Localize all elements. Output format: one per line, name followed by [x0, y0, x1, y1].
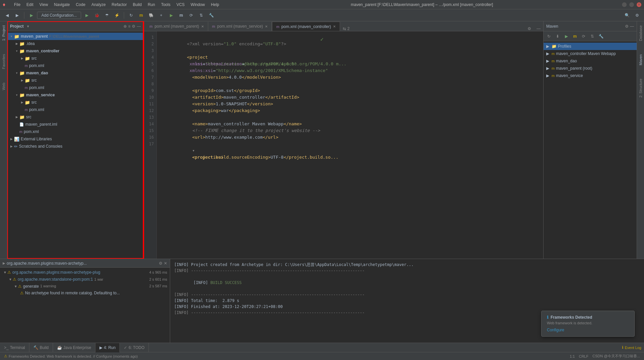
menu-analyze[interactable]: Analyze [89, 1, 108, 8]
parent-maven-label: maven_parent (root) [556, 66, 592, 71]
menu-help[interactable]: Help [208, 1, 222, 8]
tree-controller-pom[interactable]: m pom.xml [7, 62, 143, 69]
menu-file[interactable]: File [11, 1, 23, 8]
refresh-maven-btn[interactable]: ↻ [127, 11, 135, 20]
tree-controller-src[interactable]: ▶ 📁 src [7, 55, 143, 62]
close-btn[interactable]: ✕ [637, 2, 641, 7]
maven-toggle-btn[interactable]: ⇅ [588, 32, 596, 40]
menu-tools[interactable]: Tools [158, 1, 173, 8]
maven-item-controller[interactable]: ▶ m maven_controller Maven Webapp [544, 50, 637, 57]
forward-btn[interactable]: ▶ [13, 11, 21, 20]
tree-idea[interactable]: ▶ 📁 .idea [7, 40, 143, 47]
plus-btn[interactable]: + [157, 11, 166, 20]
code-content[interactable]: <?xml version="1.0" encoding="UTF-8"?> <… [157, 31, 543, 259]
run-widget-btn[interactable]: ▶ [27, 11, 36, 20]
run-item-2[interactable]: ▾ ⚠ generate 1 warning 2 s 587 ms [0, 283, 170, 290]
menu-vcs[interactable]: VCS [174, 1, 188, 8]
maximize-btn[interactable]: □ [629, 2, 634, 7]
editor-tab-maven-parent[interactable]: m pom.xml (maven_parent) ✕ [145, 22, 208, 31]
tree-service-src[interactable]: ▶ 📁 src [7, 99, 143, 106]
tree-external-libraries[interactable]: ▶ 📊 External Libraries [7, 135, 143, 143]
tree-maven-dao[interactable]: ▾ 📁 maven_dao [7, 69, 143, 77]
panel-locate-icon[interactable]: ⊕ [123, 24, 127, 29]
editor-tab-maven-service[interactable]: m pom.xml (maven_service) ✕ [208, 22, 272, 31]
debug-btn[interactable]: 🐞 [92, 11, 101, 20]
sidebar-tab-database[interactable]: Database [638, 23, 644, 44]
m-icon-btn[interactable]: m [177, 11, 186, 20]
tab-minimize-icon[interactable]: — [534, 26, 543, 31]
gradle-btn[interactable]: 🐘 [147, 11, 155, 20]
tree-iml[interactable]: 📄 maven_parent.iml [7, 121, 143, 128]
maven-settings-icon[interactable]: ⚙ [625, 24, 629, 29]
tree-service-pom[interactable]: m pom.xml [7, 106, 143, 113]
toggle-btn[interactable]: ⇅ [197, 11, 206, 20]
menu-code[interactable]: Code [73, 1, 88, 8]
tree-scratches[interactable]: ▶ ✏ Scratches and Consoles [7, 143, 143, 150]
menu-navigate[interactable]: Navigate [51, 1, 72, 8]
sidebar-tab-project[interactable]: 1: Project [1, 23, 7, 43]
maven-refresh-btn[interactable]: ↻ [545, 32, 553, 40]
play-btn[interactable]: ▶ [82, 11, 91, 20]
menu-run[interactable]: Run [145, 1, 158, 8]
coverage-btn[interactable]: ☂ [102, 11, 111, 20]
tree-root-pom[interactable]: m pom.xml [7, 128, 143, 135]
menu-edit[interactable]: Edit [24, 1, 36, 8]
run-item-0[interactable]: ▾ ⚠ org.apache.maven.plugins:maven-arche… [0, 269, 170, 276]
sidebar-tab-structure[interactable]: 2: Structure [638, 76, 644, 100]
maven-run-btn[interactable]: ▶ [562, 32, 570, 40]
bottom-tab-terminal[interactable]: >_ Terminal [0, 343, 29, 352]
maven-minimize-icon[interactable]: — [630, 24, 634, 29]
tab1-close[interactable]: ✕ [201, 25, 204, 28]
project-dropdown-arrow[interactable]: ▾ [27, 24, 29, 29]
back-btn[interactable]: ◀ [3, 11, 11, 20]
maven-download-btn[interactable]: ⬇ [554, 32, 562, 40]
maven-btn[interactable]: m [137, 11, 145, 20]
bottom-tab-todo[interactable]: ✓ 6: TODO [120, 343, 149, 352]
tab-settings-icon[interactable]: ⚙ [525, 26, 534, 31]
run-settings-icon[interactable]: ⚙ [159, 261, 163, 266]
menu-window[interactable]: Window [188, 1, 208, 8]
menu-refactor[interactable]: Refactor [109, 1, 129, 8]
add-config-button[interactable]: Add Configuration... [37, 12, 81, 19]
maven-item-service[interactable]: ▶ m maven_service [544, 72, 637, 79]
bottom-toolbar-tabs: >_ Terminal 🔨 Build ☕ Java Enterprise ▶ … [0, 343, 644, 352]
tab3-close[interactable]: ✕ [333, 25, 336, 28]
bottom-tab-run[interactable]: ▶ 4: Run [95, 343, 120, 352]
menu-build[interactable]: Build [130, 1, 144, 8]
run-close-icon[interactable]: ✕ [164, 261, 167, 266]
bottom-tab-java-enterprise[interactable]: ☕ Java Enterprise [53, 343, 95, 352]
minimize-btn[interactable]: — [622, 2, 627, 7]
tree-root-src[interactable]: ▶ 📁 src [7, 113, 143, 121]
run-item-3[interactable]: ⚠ No archetype found in remote catalog. … [0, 290, 170, 297]
maven-wrench-btn[interactable]: 🔧 [597, 32, 605, 40]
sidebar-tab-maven[interactable]: Maven [638, 52, 644, 68]
profile-btn[interactable]: ⚡ [112, 11, 121, 20]
search-everywhere-btn[interactable]: 🔍 [623, 11, 631, 20]
maven-item-parent[interactable]: ▶ m maven_parent (root) [544, 65, 637, 72]
sidebar-tab-web[interactable]: Web [1, 80, 7, 93]
event-log-indicator[interactable]: ℹ Event Log [619, 345, 644, 350]
tab2-close[interactable]: ✕ [265, 25, 268, 28]
panel-close-icon[interactable]: — [137, 24, 141, 29]
wrench-btn[interactable]: 🔧 [207, 11, 216, 20]
panel-settings-icon[interactable]: ⚙ [132, 24, 135, 29]
maven-sync-btn[interactable]: ⟳ [580, 32, 588, 40]
tree-dao-pom[interactable]: m pom.xml [7, 84, 143, 91]
run-item-1[interactable]: ▾ ⚠ org.apache.maven:standalone-pom:pom:… [0, 276, 170, 283]
tree-root[interactable]: ▾ 📁 maven_parent F:\DELL\Maven\maven_par… [7, 33, 143, 40]
maven-item-dao[interactable]: ▶ m maven_dao [544, 57, 637, 65]
tree-maven-service[interactable]: ▾ 📁 maven_service [7, 91, 143, 99]
bottom-tab-build[interactable]: 🔨 Build [29, 343, 53, 352]
run-green-btn[interactable]: ▶ [167, 11, 176, 20]
tree-maven-controller[interactable]: ▾ 📁 maven_controller [7, 47, 143, 55]
sync-btn[interactable]: ⟳ [187, 11, 196, 20]
panel-collapse-icon[interactable]: ≡ [128, 24, 130, 29]
sidebar-tab-favorites[interactable]: Favorites [1, 51, 7, 72]
notification-configure-link[interactable]: Configure [547, 328, 564, 332]
tree-dao-src[interactable]: ▶ 📁 src [7, 77, 143, 84]
maven-m-btn[interactable]: m [571, 32, 579, 40]
maven-item-profiles[interactable]: ▶ 📁 Profiles [544, 43, 637, 50]
menu-view[interactable]: View [37, 1, 51, 8]
editor-tab-maven-controller[interactable]: m pom.xml (maven_controller) ✕ [272, 22, 340, 31]
settings-btn[interactable]: ⚙ [633, 11, 641, 20]
